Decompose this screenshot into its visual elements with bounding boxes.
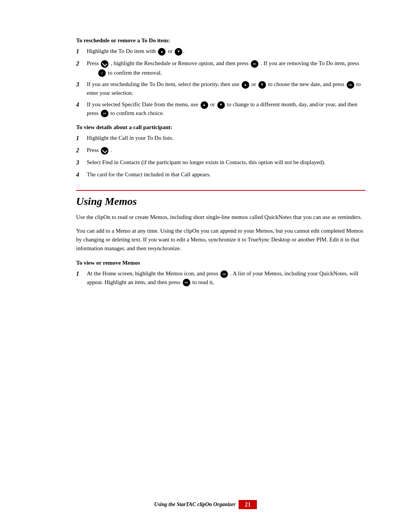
scroll-down-icon-3 [258, 81, 266, 89]
scroll-up-icon-1 [158, 48, 166, 56]
call-step1-text: Highlight the Call in your To Do lists. [87, 135, 174, 141]
call-step3-text: Select Find in Contacts (if the particip… [87, 159, 325, 165]
call-participant-header: To view details about a call participant… [76, 124, 365, 131]
step2-confirm-row: to confirm the removal. [97, 69, 365, 77]
step3-or: or [251, 81, 257, 87]
call-step-1: 1 Highlight the Call in your To Do lists… [76, 134, 365, 143]
memos-step1-text3: to read it, [192, 279, 214, 285]
memos-step1-text: At the Home screen, highlight the Memos … [87, 270, 220, 276]
chapter-title: Using Memos [76, 195, 365, 208]
step2-text-mid: , highlight the Reschedule or Remove opt… [111, 60, 250, 66]
step-4: 4 If you selected Specific Date from the… [76, 100, 365, 117]
edit-icon-call2 [101, 147, 108, 155]
call-participant-steps: 1 Highlight the Call in your To Do lists… [76, 134, 365, 179]
step-number-2: 2 [76, 59, 87, 68]
step-content-4: If you selected Specific Date from the m… [87, 100, 365, 117]
call-step-content-3: Select Find in Contacts (if the particip… [87, 158, 365, 167]
call-step-4: 4 The card for the Contact included in t… [76, 170, 365, 179]
memos-step-number-1: 1 [76, 269, 87, 278]
step-number-4: 4 [76, 100, 87, 109]
scroll-up-icon-3 [242, 81, 249, 89]
reschedule-header: To reschedule or remove a To Do item: [76, 37, 365, 44]
memos-steps: 1 At the Home screen, highlight the Memo… [76, 269, 365, 286]
call-step2-period: . [111, 147, 112, 153]
step-number-1: 1 [76, 47, 87, 56]
chapter-divider [76, 190, 365, 191]
step-3: 3 If you are rescheduling the To Do item… [76, 80, 365, 97]
call-step4-text: The card for the Contact included in tha… [87, 171, 211, 177]
ok-icon-2 [251, 60, 258, 68]
scroll-down-icon-4 [217, 101, 225, 109]
step4-or: or [210, 101, 216, 107]
reschedule-steps: 1 Highlight the To Do item with or . 2 P… [76, 47, 365, 117]
reschedule-section: To reschedule or remove a To Do item: 1 … [76, 37, 365, 117]
ok-icon-3 [347, 81, 354, 89]
footer: Using the StarTAC clipOn Organizer 21 [0, 500, 411, 509]
ok-icon-memos2 [183, 279, 190, 286]
call-step-3: 3 Select Find in Contacts (if the partic… [76, 158, 365, 167]
call-step-content-1: Highlight the Call in your To Do lists. [87, 134, 365, 142]
ok-icon-4 [101, 110, 108, 117]
ok-icon-memos1 [220, 270, 228, 278]
call-step-number-1: 1 [76, 134, 87, 143]
call-step-number-2: 2 [76, 146, 87, 155]
call-step-content-2: Press . [87, 146, 365, 155]
step-1: 1 Highlight the To Do item with or . [76, 47, 365, 56]
view-remove-memos-header: To view or remove Memos [76, 260, 365, 266]
step4-text4: to confirm each choice. [110, 110, 164, 116]
call-step2-press: Press [87, 147, 100, 153]
step3-text: If you are rescheduling the To Do item, … [87, 81, 241, 87]
step2-text-after: . If you are removing the To Do item, pr… [261, 60, 359, 66]
step-content-1: Highlight the To Do item with or . [87, 47, 365, 56]
step3-text3: to choose the new date, and press [268, 81, 346, 87]
step-2: 2 Press , highlight the Reschedule or Re… [76, 59, 365, 77]
call-step-2: 2 Press . [76, 146, 365, 155]
step4-text: If you selected Specific Date from the m… [87, 101, 200, 107]
page: To reschedule or remove a To Do item: 1 … [0, 0, 411, 532]
view-remove-memos-section: To view or remove Memos 1 At the Home sc… [76, 260, 365, 286]
confirm-icon-2 [98, 69, 106, 77]
scroll-down-icon-1 [175, 48, 182, 56]
step-number-3: 3 [76, 80, 87, 89]
call-step-content-4: The card for the Contact included in tha… [87, 170, 365, 179]
step2-press: Press [87, 60, 100, 66]
call-participant-section: To view details about a call participant… [76, 124, 365, 179]
step1-text-before: Highlight the To Do item with [87, 48, 156, 54]
footer-page: 21 [239, 500, 257, 509]
call-step-number-4: 4 [76, 170, 87, 179]
chapter-para-1: Use the clipOn to read or create Memos, … [76, 213, 365, 222]
scroll-up-icon-4 [201, 101, 208, 109]
chapter-para-2: You can add to a Memo at any time. Using… [76, 227, 365, 253]
call-step-number-3: 3 [76, 158, 87, 167]
step-content-3: If you are rescheduling the To Do item, … [87, 80, 365, 97]
step2-text-end: to confirm the removal. [108, 70, 162, 76]
footer-label: Using the StarTAC clipOn Organizer [154, 502, 236, 508]
memos-step-content-1: At the Home screen, highlight the Memos … [87, 269, 365, 286]
step-content-2: Press , highlight the Reschedule or Remo… [87, 59, 365, 77]
memos-step-1: 1 At the Home screen, highlight the Memo… [76, 269, 365, 286]
step1-or: or [168, 48, 174, 54]
edit-icon-2 [101, 60, 108, 68]
